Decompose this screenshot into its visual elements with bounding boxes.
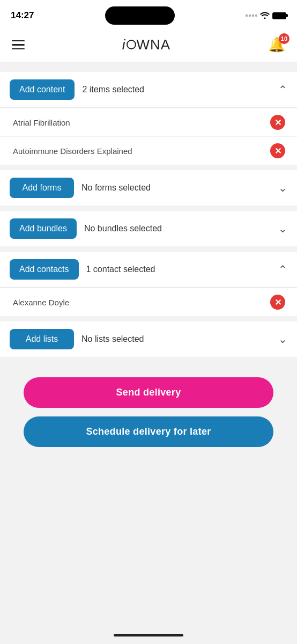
bundles-section: Add bundles No bundles selected ⌄ bbox=[0, 211, 297, 246]
home-indicator bbox=[114, 634, 183, 636]
content-section: Add content 2 items selected ⌃ Atrial Fi… bbox=[0, 72, 297, 165]
bundles-chevron-icon[interactable]: ⌄ bbox=[278, 222, 287, 235]
add-bundles-button[interactable]: Add bundles bbox=[10, 218, 77, 239]
battery-icon bbox=[272, 12, 286, 19]
contacts-chevron-icon[interactable]: ⌃ bbox=[278, 263, 287, 276]
forms-section: Add forms No forms selected ⌄ bbox=[0, 170, 297, 206]
contact-item-label: Alexanne Doyle bbox=[13, 298, 69, 307]
remove-content-item-0-button[interactable]: ✕ bbox=[270, 115, 285, 130]
wifi-icon bbox=[260, 11, 270, 20]
contacts-items: Alexanne Doyle ✕ bbox=[0, 288, 297, 316]
lists-section-header: Add lists No lists selected ⌄ bbox=[0, 321, 297, 357]
contacts-summary: 1 contact selected bbox=[86, 265, 271, 274]
content-section-header: Add content 2 items selected ⌃ bbox=[0, 72, 297, 108]
forms-summary: No forms selected bbox=[81, 183, 271, 193]
list-item: Alexanne Doyle ✕ bbox=[0, 288, 297, 316]
lists-chevron-icon[interactable]: ⌄ bbox=[278, 333, 287, 346]
status-bar: 14:27 bbox=[0, 0, 297, 28]
list-item: Autoimmune Disorders Explained ✕ bbox=[0, 136, 297, 165]
list-item: Atrial Fibrillation ✕ bbox=[0, 108, 297, 136]
actions-section: Send delivery Schedule delivery for late… bbox=[0, 362, 297, 458]
remove-content-item-1-button[interactable]: ✕ bbox=[270, 143, 285, 158]
add-lists-button[interactable]: Add lists bbox=[10, 329, 74, 349]
signal-icon bbox=[246, 14, 257, 17]
notification-badge: 10 bbox=[279, 33, 289, 44]
notch bbox=[105, 6, 175, 25]
status-icons bbox=[246, 11, 286, 20]
add-contacts-button[interactable]: Add contacts bbox=[10, 259, 79, 280]
bundles-section-header: Add bundles No bundles selected ⌄ bbox=[0, 211, 297, 246]
main-content: Add content 2 items selected ⌃ Atrial Fi… bbox=[0, 62, 297, 500]
status-time: 14:27 bbox=[11, 10, 34, 21]
add-forms-button[interactable]: Add forms bbox=[10, 178, 74, 198]
content-item-label: Autoimmune Disorders Explained bbox=[13, 147, 132, 156]
bundles-summary: No bundles selected bbox=[84, 224, 271, 233]
content-summary: 2 items selected bbox=[82, 85, 271, 94]
content-chevron-icon[interactable]: ⌃ bbox=[278, 83, 287, 96]
contacts-section: Add contacts 1 contact selected ⌃ Alexan… bbox=[0, 252, 297, 316]
menu-button[interactable] bbox=[12, 40, 25, 50]
content-items: Atrial Fibrillation ✕ Autoimmune Disorde… bbox=[0, 108, 297, 165]
contacts-section-header: Add contacts 1 contact selected ⌃ bbox=[0, 252, 297, 288]
send-delivery-button[interactable]: Send delivery bbox=[24, 377, 273, 408]
remove-contact-item-0-button[interactable]: ✕ bbox=[270, 295, 285, 310]
content-item-label: Atrial Fibrillation bbox=[13, 118, 70, 127]
forms-chevron-icon[interactable]: ⌄ bbox=[278, 181, 287, 194]
schedule-delivery-button[interactable]: Schedule delivery for later bbox=[24, 416, 273, 447]
lists-section: Add lists No lists selected ⌄ bbox=[0, 321, 297, 357]
logo: iWNA bbox=[122, 36, 170, 53]
notification-button[interactable]: 🔔 10 bbox=[268, 36, 285, 53]
header: iWNA 🔔 10 bbox=[0, 28, 297, 62]
lists-summary: No lists selected bbox=[81, 334, 271, 344]
add-content-button[interactable]: Add content bbox=[10, 79, 75, 100]
forms-section-header: Add forms No forms selected ⌄ bbox=[0, 170, 297, 206]
